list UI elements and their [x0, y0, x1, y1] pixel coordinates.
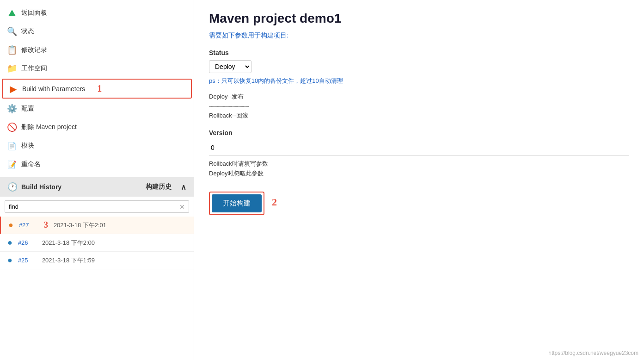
status-label: 状态 — [21, 27, 34, 36]
module-icon: 📄 — [7, 141, 17, 150]
annotation-badge-3: 3 — [44, 220, 48, 230]
version-input-wrapper — [209, 140, 629, 155]
build-row[interactable]: ● #25 2021-3-18 下午1:59 — [0, 252, 194, 269]
build-list: ● #27 3 2021-3-18 下午2:01 ● #26 2021-3-18… — [0, 217, 194, 269]
sidebar-item-rename[interactable]: 📝 重命名 — [0, 155, 194, 174]
sidebar-item-delete[interactable]: 🚫 删除 Maven project — [0, 118, 194, 137]
build-status-icon-25: ● — [7, 255, 12, 265]
rollback-info: Rollback--回滚 — [209, 112, 629, 120]
start-build-button[interactable]: 开始构建 — [212, 194, 262, 212]
page-title: Maven project demo1 — [209, 11, 629, 26]
annotation-badge-2: 2 — [272, 196, 277, 208]
annotation-badge-1: 1 — [97, 83, 102, 94]
version-field-label: Version — [209, 129, 629, 137]
status-select-wrapper: Deploy Rollback — [209, 60, 251, 73]
deploy-info: Deploy--发布 — [209, 93, 629, 101]
sidebar-item-back[interactable]: 返回面板 — [0, 4, 194, 22]
sidebar-item-status[interactable]: 🔍 状态 — [0, 22, 194, 41]
version-section: Version Rollback时请填写参数 Deploy时忽略此参数 — [209, 129, 629, 179]
changes-label: 修改记录 — [21, 46, 47, 54]
version-note-2: Deploy时忽略此参数 — [209, 169, 629, 179]
sidebar-item-workspace[interactable]: 📁 工作空间 — [0, 59, 194, 78]
back-label: 返回面板 — [21, 9, 47, 17]
magnifier-icon: 🔍 — [7, 27, 17, 36]
watermark: https://blog.csdn.net/weegyue23com — [548, 350, 638, 356]
build-time-26: 2021-3-18 下午2:00 — [42, 239, 95, 247]
clear-search-button[interactable]: ✕ — [176, 201, 189, 212]
divider-line: -------------------- — [209, 103, 629, 110]
sidebar-item-modules[interactable]: 📄 模块 — [0, 137, 194, 155]
build-label: Build with Parameters — [22, 85, 85, 93]
build-history-label: Build History — [21, 183, 61, 191]
collapse-icon[interactable]: ∧ — [181, 183, 186, 192]
rename-label: 重命名 — [21, 160, 41, 168]
sidebar-item-changes[interactable]: 📋 修改记录 — [0, 41, 194, 59]
rename-icon: 📝 — [7, 160, 17, 169]
build-row[interactable]: ● #27 3 2021-3-18 下午2:01 — [0, 217, 194, 234]
build-search-wrapper: ✕ — [5, 200, 189, 213]
build-history-icon: 🕐 — [7, 182, 18, 192]
version-note: Rollback时请填写参数 Deploy时忽略此参数 — [209, 159, 629, 179]
build-row[interactable]: ● #26 2021-3-18 下午2:00 — [0, 234, 194, 252]
version-input[interactable] — [209, 144, 629, 151]
build-time-25: 2021-3-18 下午1:59 — [42, 256, 95, 265]
build-history-header: 🕐 Build History 构建历史 ∧ — [0, 177, 194, 197]
build-icon: ▶ — [8, 84, 18, 93]
build-number-27[interactable]: #27 — [19, 222, 37, 229]
version-note-1: Rollback时请填写参数 — [209, 159, 629, 169]
folder-icon: 📁 — [7, 64, 17, 73]
ps-note: ps：只可以恢复10内的备份文件，超过10自动清理 — [209, 77, 629, 85]
status-field-label: Status — [209, 49, 629, 56]
build-button-area: 开始构建 2 — [209, 186, 629, 219]
main-content: Maven project demo1 需要如下参数用于构建项目: Status… — [194, 0, 644, 360]
sidebar-nav: 返回面板 🔍 状态 📋 修改记录 📁 工作空间 ▶ Build with Par… — [0, 0, 194, 177]
gear-icon: ⚙️ — [7, 104, 17, 113]
sidebar-item-build[interactable]: ▶ Build with Parameters 1 — [2, 79, 192, 99]
modules-label: 模块 — [21, 142, 34, 150]
build-button-wrapper: 开始构建 — [209, 192, 264, 215]
build-history-label-cn: 构建历史 — [146, 183, 172, 191]
build-number-26[interactable]: #26 — [18, 239, 37, 246]
sidebar: 返回面板 🔍 状态 📋 修改记录 📁 工作空间 ▶ Build with Par… — [0, 0, 194, 360]
edit-icon: 📋 — [7, 45, 17, 55]
no-entry-icon: 🚫 — [7, 123, 17, 132]
build-number-25[interactable]: #25 — [18, 257, 37, 264]
status-select[interactable]: Deploy Rollback — [209, 61, 251, 73]
sidebar-item-config[interactable]: ⚙️ 配置 — [0, 99, 194, 118]
build-time-27: 2021-3-18 下午2:01 — [54, 221, 106, 230]
build-status-icon-26: ● — [7, 238, 12, 248]
build-search-input[interactable] — [5, 201, 176, 212]
delete-label: 删除 Maven project — [21, 123, 77, 131]
arrow-up-icon — [7, 8, 17, 18]
workspace-label: 工作空间 — [21, 64, 47, 73]
build-status-icon-27: ● — [8, 220, 13, 230]
page-subtitle: 需要如下参数用于构建项目: — [209, 31, 629, 40]
config-label: 配置 — [21, 105, 34, 113]
